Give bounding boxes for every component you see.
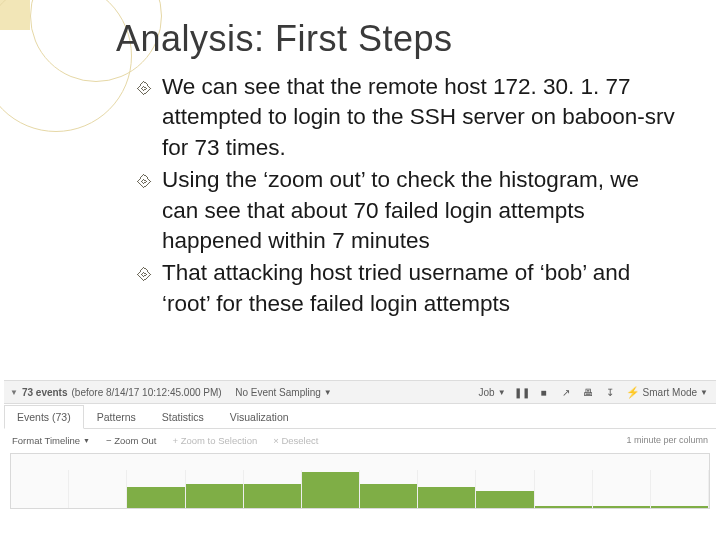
expand-caret-icon[interactable]: ▼	[10, 388, 18, 397]
bullet-item: 🞜 We can see that the remote host 172. 3…	[136, 72, 676, 163]
histogram-bar	[476, 491, 533, 508]
histogram-cell[interactable]	[186, 470, 244, 508]
histogram-bar	[127, 487, 184, 508]
bullet-item: 🞜 Using the ‘zoom out’ to check the hist…	[136, 165, 676, 256]
histogram-cell[interactable]	[418, 470, 476, 508]
histogram-bar	[302, 472, 359, 508]
zoom-to-selection-button[interactable]: + Zoom to Selection	[164, 435, 265, 446]
bolt-icon: ⚡	[626, 386, 640, 399]
histogram-bar	[360, 484, 417, 508]
tab-statistics[interactable]: Statistics	[149, 405, 217, 428]
chevron-down-icon: ▼	[498, 388, 506, 397]
timeline-histogram[interactable]	[10, 453, 710, 509]
share-icon[interactable]: ↗	[560, 386, 572, 398]
job-label: Job	[479, 387, 495, 398]
slide-body: 🞜 We can see that the remote host 172. 3…	[136, 72, 676, 321]
bullet-item: 🞜 That attacking host tried username of …	[136, 258, 676, 319]
bullet-icon: 🞜	[136, 171, 153, 194]
smart-mode-dropdown[interactable]: ⚡ Smart Mode ▼	[626, 386, 708, 399]
bullet-text: We can see that the remote host 172. 30.…	[162, 74, 675, 160]
histogram-cell[interactable]	[360, 470, 418, 508]
deselect-button[interactable]: × Deselect	[265, 435, 326, 446]
format-timeline-label: Format Timeline	[12, 435, 80, 446]
histogram-cell[interactable]	[476, 470, 534, 508]
histogram-cell[interactable]	[11, 470, 69, 508]
bullet-text: That attacking host tried username of ‘b…	[162, 260, 630, 315]
tab-patterns[interactable]: Patterns	[84, 405, 149, 428]
print-icon[interactable]: 🖶	[582, 386, 594, 398]
histogram-bar	[244, 484, 301, 508]
result-toolbar: ▼ 73 events (before 8/14/17 10:12:45.000…	[4, 380, 716, 404]
chevron-down-icon: ▼	[83, 437, 90, 444]
bullet-text: Using the ‘zoom out’ to check the histog…	[162, 167, 639, 253]
chevron-down-icon: ▼	[700, 388, 708, 397]
sampling-dropdown[interactable]: No Event Sampling ▼	[235, 387, 332, 398]
per-column-label: 1 minute per column	[626, 435, 716, 445]
slide: Analysis: First Steps 🞜 We can see that …	[0, 0, 720, 540]
bullet-icon: 🞜	[136, 264, 153, 287]
job-dropdown[interactable]: Job ▼	[479, 387, 506, 398]
chevron-down-icon: ▼	[324, 388, 332, 397]
histogram-cell[interactable]	[244, 470, 302, 508]
histogram-cell[interactable]	[651, 470, 709, 508]
export-icon[interactable]: ↧	[604, 386, 616, 398]
timeline-toolbar: Format Timeline ▼ − Zoom Out + Zoom to S…	[4, 429, 716, 451]
tab-visualization[interactable]: Visualization	[217, 405, 302, 428]
tab-events[interactable]: Events (73)	[4, 405, 84, 429]
histogram-cell[interactable]	[593, 470, 651, 508]
splunk-screenshot: ▼ 73 events (before 8/14/17 10:12:45.000…	[4, 380, 716, 515]
histogram-cell[interactable]	[535, 470, 593, 508]
time-range-label: (before 8/14/17 10:12:45.000 PM)	[72, 387, 222, 398]
histogram-cell[interactable]	[69, 470, 127, 508]
histogram-bar	[535, 506, 592, 508]
bullet-icon: 🞜	[136, 78, 153, 101]
format-timeline-dropdown[interactable]: Format Timeline ▼	[4, 435, 98, 446]
slide-title: Analysis: First Steps	[116, 18, 453, 60]
smart-mode-label: Smart Mode	[643, 387, 697, 398]
histogram-bars	[11, 470, 709, 508]
histogram-bar	[186, 484, 243, 508]
zoom-out-button[interactable]: − Zoom Out	[98, 435, 164, 446]
histogram-bar	[418, 487, 475, 508]
histogram-bar	[651, 506, 708, 508]
result-tabs: Events (73) Patterns Statistics Visualiz…	[4, 404, 716, 429]
histogram-cell[interactable]	[127, 470, 185, 508]
histogram-bar	[593, 506, 650, 508]
histogram-cell[interactable]	[302, 470, 360, 508]
sampling-label: No Event Sampling	[235, 387, 321, 398]
event-count-label: 73 events	[22, 387, 68, 398]
pause-icon[interactable]: ❚❚	[516, 386, 528, 398]
stop-icon[interactable]: ■	[538, 386, 550, 398]
